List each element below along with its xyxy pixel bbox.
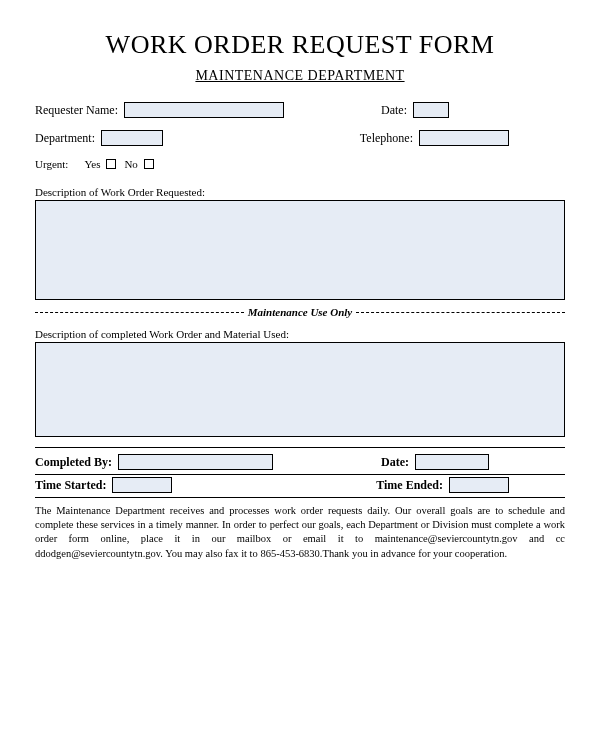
footer-text: The Maintenance Department receives and …: [35, 504, 565, 561]
urgent-label: Urgent:: [35, 158, 68, 170]
time-started-label: Time Started:: [35, 478, 106, 493]
department-label: Department:: [35, 131, 95, 146]
date2-label: Date:: [381, 455, 409, 470]
telephone-input[interactable]: [419, 130, 509, 146]
completed-by-input[interactable]: [118, 454, 273, 470]
time-ended-label: Time Ended:: [376, 478, 443, 493]
form-title: WORK ORDER REQUEST FORM: [35, 30, 565, 60]
time-started-input[interactable]: [112, 477, 172, 493]
no-label: No: [124, 158, 137, 170]
department-input[interactable]: [101, 130, 163, 146]
description-requested-textarea[interactable]: [35, 200, 565, 300]
date-label: Date:: [381, 103, 407, 118]
urgent-no-checkbox[interactable]: [144, 159, 154, 169]
description-completed-label: Description of completed Work Order and …: [35, 328, 565, 340]
row-requester-date: Requester Name: Date:: [35, 102, 565, 118]
description-requested-label: Description of Work Order Requested:: [35, 186, 565, 198]
form-subtitle: MAINTENANCE DEPARTMENT: [35, 68, 565, 84]
row-department-telephone: Department: Telephone:: [35, 130, 565, 146]
date2-input[interactable]: [415, 454, 489, 470]
time-ended-input[interactable]: [449, 477, 509, 493]
urgent-yes-checkbox[interactable]: [106, 159, 116, 169]
completed-by-label: Completed By:: [35, 455, 112, 470]
requester-name-label: Requester Name:: [35, 103, 118, 118]
date-input[interactable]: [413, 102, 449, 118]
yes-label: Yes: [84, 158, 100, 170]
maintenance-divider: Maintenance Use Only: [35, 306, 565, 318]
row-times: Time Started: Time Ended:: [35, 477, 565, 493]
telephone-label: Telephone:: [360, 131, 413, 146]
divider-text: Maintenance Use Only: [244, 306, 357, 318]
row-completedby-date: Completed By: Date:: [35, 454, 565, 470]
row-urgent: Urgent: Yes No: [35, 158, 565, 170]
description-completed-textarea[interactable]: [35, 342, 565, 437]
requester-name-input[interactable]: [124, 102, 284, 118]
